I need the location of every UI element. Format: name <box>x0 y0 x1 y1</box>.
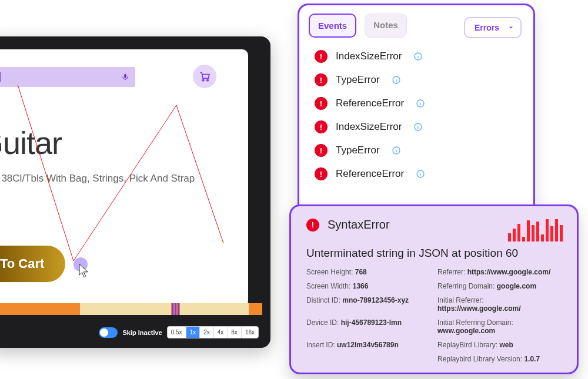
error-item[interactable]: ! IndexSizeError <box>315 50 522 63</box>
meta-cell: Referrer: https://www.google.com/ <box>437 268 562 276</box>
speed-1x[interactable]: 1x <box>186 327 201 338</box>
speed-8x[interactable]: 8x <box>228 327 242 338</box>
error-item[interactable]: ! ReferenceError <box>315 97 522 110</box>
spark-bar <box>522 237 525 242</box>
error-icon: ! <box>315 167 328 180</box>
meta-cell: Distinct ID: mno-789123456-xyz <box>306 296 430 313</box>
filter-errors-dropdown[interactable]: Errors <box>464 17 522 38</box>
spark-bar <box>536 222 539 242</box>
spark-bar <box>527 220 530 242</box>
error-detail-card: ! SyntaxError Unterminated string in JSO… <box>289 204 579 374</box>
speed-0.5x[interactable]: 0.5x <box>168 327 186 338</box>
speed-selector[interactable]: 0.5x1x2x4x8x16x <box>167 326 259 338</box>
spark-bar <box>508 233 511 242</box>
info-icon[interactable] <box>413 122 423 132</box>
tab-events[interactable]: Events <box>309 14 356 38</box>
error-item-label: TypeError <box>336 145 380 156</box>
sparkline <box>508 218 563 242</box>
info-icon[interactable] <box>416 169 425 179</box>
meta-cell: Initial Referring Domain: www.google.com <box>437 318 562 335</box>
product-subtitle: way, 38Cl/Tbls With Bag, Strings, Pick A… <box>0 173 195 185</box>
add-to-cart-button[interactable]: To Cart <box>0 246 65 282</box>
cart-icon <box>199 71 211 82</box>
error-meta-grid: Screen Height: 768Referrer: https://www.… <box>306 268 562 363</box>
meta-cell: Referring Domain: google.com <box>437 282 562 290</box>
meta-cell <box>306 355 430 363</box>
error-message: Unterminated string in JSON at position … <box>306 247 562 260</box>
speed-16x[interactable]: 16x <box>242 327 258 338</box>
player-controls: Skip Inactive 0.5x1x2x4x8x16x <box>99 326 259 338</box>
spark-bar <box>555 219 558 242</box>
error-item[interactable]: ! TypeError <box>315 144 522 157</box>
svg-point-2 <box>202 79 204 81</box>
timeline[interactable] <box>0 303 262 315</box>
error-item-label: IndexSizeError <box>336 51 402 62</box>
error-icon: ! <box>315 73 328 86</box>
events-panel: Events Notes Errors ! IndexSizeError ! T… <box>298 4 535 227</box>
cursor-icon <box>79 263 89 279</box>
spark-bar <box>550 226 553 242</box>
error-icon: ! <box>315 50 328 63</box>
session-player: Guitar way, 38Cl/Tbls With Bag, Strings,… <box>0 36 270 348</box>
meta-cell: Replaybird Library Version: 1.0.7 <box>437 355 562 363</box>
search-bar[interactable] <box>0 67 135 87</box>
error-icon: ! <box>315 97 328 110</box>
spark-bar <box>513 229 516 242</box>
error-item-label: ReferenceError <box>336 168 404 180</box>
svg-point-3 <box>207 79 209 81</box>
product-title: Guitar <box>0 125 62 161</box>
spark-bar <box>532 225 534 242</box>
meta-cell: Screen Height: 768 <box>306 268 430 276</box>
text-cursor <box>0 72 1 82</box>
meta-cell: Screen Width: 1366 <box>306 282 430 290</box>
info-icon[interactable] <box>416 99 425 108</box>
meta-cell: ReplayBird Library: web <box>437 341 562 349</box>
page-surface: Guitar way, 38Cl/Tbls With Bag, Strings,… <box>0 49 248 307</box>
error-item[interactable]: ! IndexSizeError <box>315 120 522 133</box>
error-list: ! IndexSizeError ! TypeError ! Reference… <box>315 50 522 180</box>
error-item-label: TypeError <box>336 74 380 86</box>
chevron-down-icon <box>507 24 514 31</box>
spark-bar <box>560 225 563 242</box>
error-name: SyntaxError <box>328 218 390 232</box>
error-item[interactable]: ! TypeError <box>315 73 522 86</box>
microphone-icon[interactable] <box>121 73 129 81</box>
spark-bar <box>546 219 549 242</box>
meta-cell: Device ID: hij-456789123-lmn <box>306 318 430 335</box>
speed-2x[interactable]: 2x <box>200 327 214 338</box>
meta-cell: Insert ID: uw12lm34v56789n <box>306 341 430 349</box>
error-item-label: IndexSizeError <box>336 121 402 133</box>
speed-4x[interactable]: 4x <box>214 327 228 338</box>
info-icon[interactable] <box>413 52 423 61</box>
error-item[interactable]: ! ReferenceError <box>315 167 522 180</box>
spark-bar <box>541 234 544 242</box>
tab-notes[interactable]: Notes <box>365 14 407 38</box>
error-icon: ! <box>315 144 328 157</box>
skip-inactive-toggle[interactable] <box>99 327 118 338</box>
info-icon[interactable] <box>392 75 401 85</box>
svg-rect-1 <box>124 74 126 78</box>
error-icon: ! <box>306 219 319 232</box>
info-icon[interactable] <box>392 146 401 155</box>
spark-bar <box>517 224 520 242</box>
meta-cell: Initial Referrer: https://www.google.com… <box>437 296 562 313</box>
cart-button[interactable] <box>193 65 216 88</box>
error-item-label: ReferenceError <box>336 98 404 109</box>
skip-inactive-label: Skip Inactive <box>122 329 162 336</box>
error-icon: ! <box>315 120 328 133</box>
